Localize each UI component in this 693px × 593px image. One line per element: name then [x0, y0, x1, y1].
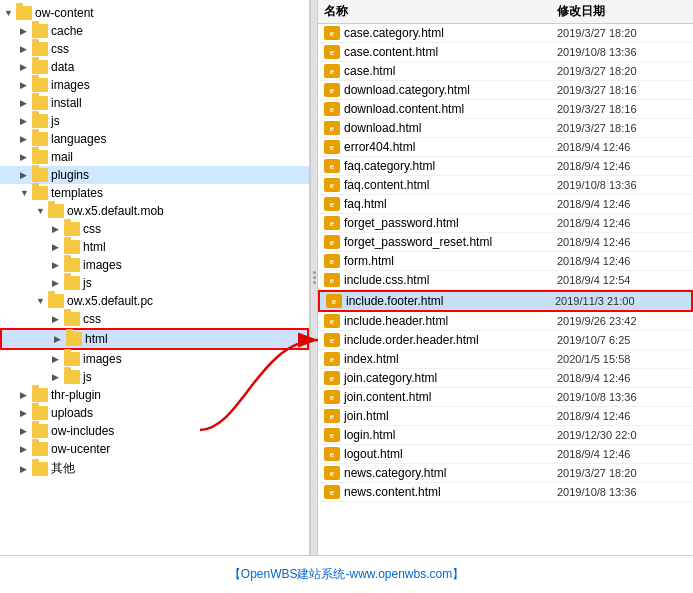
file-row[interactable]: e download.html 2019/3/27 18:16	[318, 119, 693, 138]
tree-item-mail[interactable]: ▶ mail	[0, 148, 309, 166]
file-row[interactable]: e error404.html 2018/9/4 12:46	[318, 138, 693, 157]
file-date: 2019/12/30 22:0	[557, 429, 687, 441]
pc-images-folder-icon	[64, 352, 80, 366]
plugins-folder-icon	[32, 168, 48, 182]
file-name: login.html	[344, 428, 557, 442]
file-row[interactable]: e download.content.html 2019/3/27 18:16	[318, 100, 693, 119]
tree-item-ow-ucenter[interactable]: ▶ ow-ucenter	[0, 440, 309, 458]
plugins-label: plugins	[51, 168, 89, 182]
root-folder-icon	[16, 6, 32, 20]
tree-item-pc-css[interactable]: ▶ css	[0, 310, 309, 328]
file-row[interactable]: e download.category.html 2019/3/27 18:16	[318, 81, 693, 100]
file-row[interactable]: e join.category.html 2018/9/4 12:46	[318, 369, 693, 388]
pc-images-arrow: ▶	[52, 354, 62, 364]
tree-item-mob[interactable]: ▼ ow.x5.default.mob	[0, 202, 309, 220]
tree-item-plugins[interactable]: ▶ plugins	[0, 166, 309, 184]
pc-label: ow.x5.default.pc	[67, 294, 153, 308]
file-name: download.category.html	[344, 83, 557, 97]
file-row-highlighted[interactable]: e include.footer.html 2019/11/3 21:00	[318, 290, 693, 312]
tree-root[interactable]: ▼ ow-content	[0, 4, 309, 22]
html-file-icon: e	[326, 294, 342, 308]
install-label: install	[51, 96, 82, 110]
file-date: 2019/10/8 13:36	[557, 391, 687, 403]
tree-item-pc[interactable]: ▼ ow.x5.default.pc	[0, 292, 309, 310]
pc-css-arrow: ▶	[52, 314, 62, 324]
tree-item-images[interactable]: ▶ images	[0, 76, 309, 94]
mob-images-folder-icon	[64, 258, 80, 272]
file-name: form.html	[344, 254, 557, 268]
file-name: case.category.html	[344, 26, 557, 40]
file-list-header: 名称 修改日期	[318, 0, 693, 24]
file-row[interactable]: e case.category.html 2019/3/27 18:20	[318, 24, 693, 43]
pc-css-folder-icon	[64, 312, 80, 326]
tree-item-pc-html[interactable]: ▶ html	[0, 328, 309, 350]
tree-item-mob-html[interactable]: ▶ html	[0, 238, 309, 256]
file-row[interactable]: e news.content.html 2019/10/8 13:36	[318, 483, 693, 502]
more-arrow: ▶	[20, 464, 30, 474]
mob-label: ow.x5.default.mob	[67, 204, 164, 218]
html-file-icon: e	[324, 371, 340, 385]
file-row[interactable]: e include.order.header.html 2019/10/7 6:…	[318, 331, 693, 350]
html-file-icon: e	[324, 159, 340, 173]
tree-item-pc-js[interactable]: ▶ js	[0, 368, 309, 386]
tree-item-mob-js[interactable]: ▶ js	[0, 274, 309, 292]
file-row[interactable]: e include.css.html 2018/9/4 12:54	[318, 271, 693, 290]
file-row[interactable]: e form.html 2018/9/4 12:46	[318, 252, 693, 271]
tree-item-cache[interactable]: ▶ cache	[0, 22, 309, 40]
tree-item-languages[interactable]: ▶ languages	[0, 130, 309, 148]
col-date-header: 修改日期	[557, 3, 687, 20]
footer-bar: 【OpenWBS建站系统-www.openwbs.com】	[0, 555, 693, 593]
html-file-icon: e	[324, 178, 340, 192]
file-row[interactable]: e logout.html 2018/9/4 12:46	[318, 445, 693, 464]
root-expand-arrow: ▼	[4, 8, 14, 18]
tree-item-css[interactable]: ▶ css	[0, 40, 309, 58]
mob-js-folder-icon	[64, 276, 80, 290]
file-row[interactable]: e faq.html 2018/9/4 12:46	[318, 195, 693, 214]
html-file-icon: e	[324, 466, 340, 480]
ow-ucenter-label: ow-ucenter	[51, 442, 110, 456]
file-date: 2018/9/4 12:46	[557, 198, 687, 210]
html-file-icon: e	[324, 235, 340, 249]
file-name: forget_password.html	[344, 216, 557, 230]
tree-item-mob-css[interactable]: ▶ css	[0, 220, 309, 238]
pc-images-label: images	[83, 352, 122, 366]
file-row[interactable]: e join.html 2018/9/4 12:46	[318, 407, 693, 426]
file-row[interactable]: e index.html 2020/1/5 15:58	[318, 350, 693, 369]
tree-item-pc-images[interactable]: ▶ images	[0, 350, 309, 368]
right-file-panel[interactable]: 名称 修改日期 e case.category.html 2019/3/27 1…	[318, 0, 693, 555]
file-row[interactable]: e forget_password_reset.html 2018/9/4 12…	[318, 233, 693, 252]
mail-label: mail	[51, 150, 73, 164]
html-file-icon: e	[324, 485, 340, 499]
html-file-icon: e	[324, 121, 340, 135]
tree-item-mob-images[interactable]: ▶ images	[0, 256, 309, 274]
file-row[interactable]: e case.html 2019/3/27 18:20	[318, 62, 693, 81]
cache-arrow: ▶	[20, 26, 30, 36]
file-row[interactable]: e faq.content.html 2019/10/8 13:36	[318, 176, 693, 195]
pc-css-label: css	[83, 312, 101, 326]
file-row[interactable]: e faq.category.html 2018/9/4 12:46	[318, 157, 693, 176]
tree-item-uploads[interactable]: ▶ uploads	[0, 404, 309, 422]
file-row[interactable]: e login.html 2019/12/30 22:0	[318, 426, 693, 445]
file-row[interactable]: e case.content.html 2019/10/8 13:36	[318, 43, 693, 62]
tree-item-ow-includes[interactable]: ▶ ow-includes	[0, 422, 309, 440]
plugins-arrow: ▶	[20, 170, 30, 180]
file-date: 2019/10/7 6:25	[557, 334, 687, 346]
mob-css-label: css	[83, 222, 101, 236]
file-date: 2018/9/4 12:46	[557, 372, 687, 384]
file-row[interactable]: e news.category.html 2019/3/27 18:20	[318, 464, 693, 483]
tree-item-more[interactable]: ▶ 其他	[0, 458, 309, 479]
tree-item-templates[interactable]: ▼ templates	[0, 184, 309, 202]
tree-item-install[interactable]: ▶ install	[0, 94, 309, 112]
file-row[interactable]: e join.content.html 2019/10/8 13:36	[318, 388, 693, 407]
html-file-icon: e	[324, 273, 340, 287]
tree-item-js[interactable]: ▶ js	[0, 112, 309, 130]
html-file-icon: e	[324, 409, 340, 423]
file-date: 2018/9/4 12:46	[557, 141, 687, 153]
left-tree-panel[interactable]: ▼ ow-content ▶ cache ▶ css ▶ data	[0, 0, 310, 555]
file-row[interactable]: e include.header.html 2019/9/26 23:42	[318, 312, 693, 331]
tree-item-data[interactable]: ▶ data	[0, 58, 309, 76]
tree-item-thr-plugin[interactable]: ▶ thr-plugin	[0, 386, 309, 404]
file-row[interactable]: e forget_password.html 2018/9/4 12:46	[318, 214, 693, 233]
panel-divider[interactable]	[310, 0, 318, 555]
pc-js-arrow: ▶	[52, 372, 62, 382]
